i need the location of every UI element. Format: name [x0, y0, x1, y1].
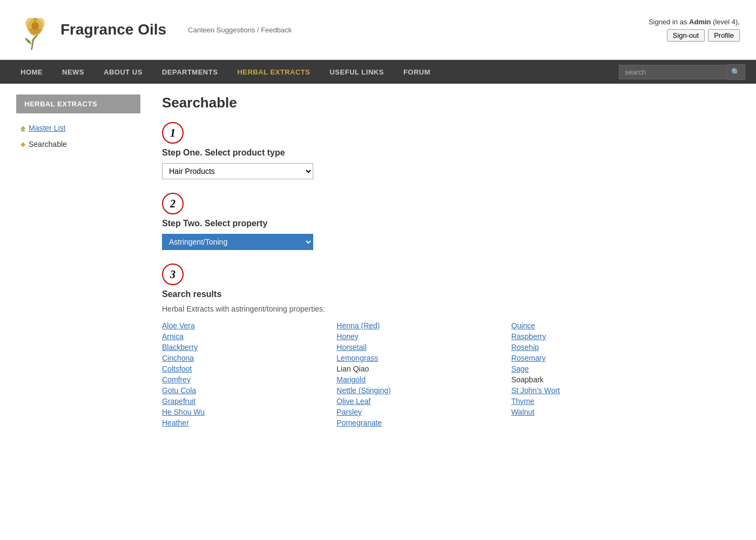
result-link[interactable]: Thyme [511, 396, 686, 406]
result-link[interactable]: Heather [162, 418, 336, 428]
result-link[interactable]: Cinchona [162, 353, 336, 363]
nav-item-home[interactable]: HOME [11, 60, 52, 84]
result-text: Lian Qiao [336, 364, 511, 374]
results-description: Herbal Extracts with astringent/toning p… [162, 305, 686, 313]
nav-search: 🔍 [619, 64, 745, 80]
result-link[interactable]: Parsley [336, 407, 511, 417]
result-link[interactable]: Walnut [511, 407, 686, 417]
sidebar: HERBAL EXTRACTS ◆ Master List ◆ Searchab… [16, 94, 140, 441]
header-right: Signed in as Admin (level 4), Sign-out P… [649, 18, 740, 42]
nav-item-useful[interactable]: USEFUL LINKS [320, 60, 393, 84]
property-select[interactable]: Astringent/Toning [162, 234, 313, 250]
logo-area: Fragrance Oils [16, 8, 166, 51]
sidebar-item-master-list[interactable]: ◆ Master List [16, 122, 140, 134]
step3-label: Search results [162, 289, 686, 299]
main-content: HERBAL EXTRACTS ◆ Master List ◆ Searchab… [0, 84, 702, 452]
results-col-2: Henna (Red)HoneyHorsetailLemongrassLian … [336, 321, 511, 428]
result-link[interactable]: Gotu Cola [162, 386, 336, 395]
result-link[interactable]: Raspberry [511, 332, 686, 341]
step2-label: Step Two. Select property [162, 219, 686, 228]
step1-label: Step One. Select product type [162, 148, 686, 158]
sign-out-button[interactable]: Sign-out [667, 29, 705, 42]
step3-icon: 3 [162, 264, 184, 285]
step1-icon: 1 [162, 122, 184, 144]
result-link[interactable]: Pomegranate [336, 418, 511, 428]
search-input[interactable] [619, 65, 727, 79]
result-link[interactable]: Grapefruit [162, 396, 336, 406]
result-link[interactable]: St John's Wort [511, 386, 686, 395]
step3-section: 3 Search results Herbal Extracts with as… [162, 264, 686, 428]
result-link[interactable]: Rosehip [511, 342, 686, 352]
results-col-3: QuinceRaspberryRosehipRosemarySageSoapba… [511, 321, 686, 428]
result-link[interactable]: Blackberry [162, 342, 336, 352]
header-buttons: Sign-out Profile [649, 29, 740, 42]
result-link[interactable]: Olive Leaf [336, 396, 511, 406]
nav-item-herbal[interactable]: HERBAL EXTRACTS [227, 60, 320, 84]
step2-icon: 2 [162, 193, 184, 214]
bullet-icon: ◆ [21, 124, 25, 132]
sidebar-item-master-list-label: Master List [29, 124, 65, 132]
result-link[interactable]: He Shou Wu [162, 407, 336, 417]
result-link[interactable]: Coltsfoot [162, 364, 336, 374]
nav-item-news[interactable]: NEWS [52, 60, 94, 84]
result-link[interactable]: Quince [511, 321, 686, 330]
result-link[interactable]: Rosemary [511, 353, 686, 363]
nav-item-departments[interactable]: DEPARTMENTS [152, 60, 227, 84]
step2-section: 2 Step Two. Select property Astringent/T… [162, 193, 686, 250]
product-type-select[interactable]: Hair Products [162, 163, 313, 179]
header: Fragrance Oils Canteen Suggestions / Fee… [0, 0, 756, 60]
nav-item-forum[interactable]: FORUM [394, 60, 440, 84]
result-link[interactable]: Horsetail [336, 342, 511, 352]
site-title: Fragrance Oils [60, 21, 166, 38]
result-link[interactable]: Comfrey [162, 375, 336, 384]
nav-bar: HOME NEWS ABOUT US DEPARTMENTS HERBAL EX… [0, 60, 756, 84]
result-link[interactable]: Sage [511, 364, 686, 374]
result-link[interactable]: Honey [336, 332, 511, 341]
search-button[interactable]: 🔍 [727, 64, 745, 80]
result-link[interactable]: Aloe Vera [162, 321, 336, 330]
profile-button[interactable]: Profile [708, 29, 740, 42]
sidebar-item-searchable: ◆ Searchable [16, 138, 140, 151]
result-link[interactable]: Arnica [162, 332, 336, 341]
nav-items: HOME NEWS ABOUT US DEPARTMENTS HERBAL EX… [11, 60, 619, 84]
result-text: Soapbark [511, 375, 686, 384]
result-link[interactable]: Henna (Red) [336, 321, 511, 330]
sidebar-header: HERBAL EXTRACTS [16, 94, 140, 113]
result-link[interactable]: Nettle (Stinging) [336, 386, 511, 395]
results-columns: Aloe VeraArnicaBlackberryCinchonaColtsfo… [162, 321, 686, 428]
sidebar-item-searchable-label: Searchable [29, 140, 67, 148]
result-link[interactable]: Lemongrass [336, 353, 511, 363]
results-col-1: Aloe VeraArnicaBlackberryCinchonaColtsfo… [162, 321, 336, 428]
step1-section: 1 Step One. Select product type Hair Pro… [162, 122, 686, 179]
logo-icon [16, 8, 54, 51]
nav-item-about[interactable]: ABOUT US [94, 60, 152, 84]
result-link[interactable]: Marigold [336, 375, 511, 384]
admin-level: (level 4), [713, 18, 740, 26]
signed-in-text: Signed in as Admin (level 4), [649, 18, 740, 26]
canteen-link[interactable]: Canteen Suggestions / Feedback [188, 26, 292, 34]
bullet-icon-2: ◆ [21, 140, 25, 148]
page-title: Searchable [162, 94, 686, 111]
svg-point-8 [31, 22, 38, 30]
admin-name: Admin [689, 18, 711, 26]
content-area: Searchable 1 Step One. Select product ty… [151, 94, 686, 441]
